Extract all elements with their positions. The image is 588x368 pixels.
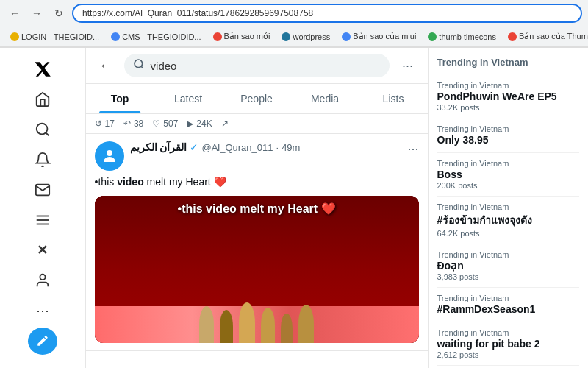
bookmark-bm6[interactable]: thumb timecons [423, 31, 501, 43]
svg-line-1 [46, 132, 49, 135]
trending-name: waiting for pit babe 2 [437, 338, 580, 350]
tweet-header: القرآن الكريم ✓ @Al_Quran_011 · 49m ··· [95, 141, 419, 171]
nav-messages-icon[interactable] [28, 176, 57, 203]
twitter-logo[interactable] [28, 55, 57, 82]
search-back-button[interactable]: ← [95, 54, 117, 77]
tab-top[interactable]: Top [86, 84, 154, 113]
trending-context: Trending in Vietnam [437, 159, 580, 168]
tweet-text: •this video melt my Heart ❤️ [95, 175, 419, 190]
tab-people[interactable]: People [223, 84, 291, 113]
trending-count: 3,983 posts [437, 272, 580, 281]
view-count: 24K [196, 118, 212, 129]
url-text: https://x.com/Al_Quran_011/status/178629… [82, 8, 572, 18]
search-box[interactable]: video [124, 54, 390, 77]
bookmark-bm7[interactable]: Bản sao của Thumb... [503, 30, 588, 43]
twitter-sidebar: ✕ ⋯ [0, 48, 86, 368]
trending-item-1[interactable]: Trending in VietnamOnly 38.95 [437, 118, 580, 153]
tweet-text-highlight: video [117, 176, 144, 188]
address-bar[interactable]: https://x.com/Al_Quran_011/status/178629… [72, 4, 582, 23]
trending-item-3[interactable]: Trending in Vietnam#ร้องข้ามกำแพงจุงดัง6… [437, 197, 580, 244]
bookmark-bm1[interactable]: LOGIN - THEGIOID... [6, 31, 104, 43]
search-tabs: Top Latest People Media Lists [86, 84, 428, 114]
bookmark-favicon [10, 32, 19, 41]
tab-lists[interactable]: Lists [359, 84, 428, 113]
trending-item-0[interactable]: Trending in VietnamPondPhuwin WeAre EP53… [437, 75, 580, 118]
bookmark-label: thumb timecons [439, 32, 496, 41]
trending-item-5[interactable]: Trending in Vietnam#RammDexSeason1 [437, 288, 580, 322]
nav-bookmarks-icon[interactable] [28, 206, 57, 233]
trending-section-title: Trending in Vietnam [437, 54, 580, 71]
back-button[interactable]: ← [6, 4, 24, 22]
retweet-count: 17 [105, 118, 115, 129]
tweet-item: القرآن الكريم ✓ @Al_Quran_011 · 49m ··· … [86, 134, 428, 351]
tweet-display-name: القرآن الكريم [130, 141, 187, 153]
tweet-text-before: •this [95, 176, 118, 188]
tweet-separator: · [276, 142, 279, 153]
bookmark-bm5[interactable]: Bản sao của miui [337, 30, 420, 43]
bookmarks-bar: LOGIN - THEGIOID...CMS - THEGIOIDID...Bả… [0, 26, 588, 47]
bookmark-favicon [282, 32, 290, 41]
search-more-button[interactable]: ··· [397, 54, 419, 77]
bookmark-label: Bản sao của Thumb... [519, 32, 588, 41]
bookmark-label: Bản sao của miui [353, 32, 416, 41]
trending-sidebar: Trending in VietnamTrending in VietnamPo… [429, 48, 589, 368]
verified-badge: ✓ [190, 141, 198, 153]
tweet-video-player[interactable]: •this video melt my Heart ❤️ [95, 196, 419, 343]
tab-latest[interactable]: Latest [154, 84, 223, 113]
nav-profile-icon[interactable] [28, 267, 57, 294]
trending-name: #RammDexSeason1 [437, 303, 580, 315]
trending-item-6[interactable]: Trending in Vietnamwaiting for pit babe … [437, 322, 580, 366]
bookmark-bm3[interactable]: Bản sao mới [209, 30, 275, 43]
refresh-button[interactable]: ↻ [50, 4, 68, 22]
trending-name: Only 38.95 [437, 134, 580, 146]
trending-count: 64.2K posts [437, 229, 580, 238]
trending-count: 2,612 posts [437, 350, 580, 359]
nav-home-icon[interactable] [28, 85, 57, 113]
share-icon: ↗ [221, 118, 229, 129]
svg-line-7 [141, 66, 143, 68]
browser-chrome: ← → ↻ https://x.com/Al_Quran_011/status/… [0, 0, 588, 48]
trending-item-4[interactable]: Trending in VietnamĐoạn3,983 posts [437, 244, 580, 288]
nav-notifications-icon[interactable] [28, 146, 57, 173]
tweet-meta: القرآن الكريم ✓ @Al_Quran_011 · 49m [130, 141, 402, 153]
trending-name: #ร้องข้ามกำแพงจุงดัง [437, 212, 580, 228]
compose-button[interactable] [28, 328, 57, 355]
bookmark-bm2[interactable]: CMS - THEGIOIDID... [107, 31, 205, 43]
trending-item-2[interactable]: Trending in VietnamBoss200K posts [437, 153, 580, 197]
bookmark-label: Bản sao mới [224, 32, 270, 41]
video-scene: •this video melt my Heart ❤️ [95, 196, 419, 343]
search-icon [133, 58, 145, 73]
bookmark-favicon [111, 32, 120, 41]
tweet-name-row: القرآن الكريم ✓ @Al_Quran_011 · 49m [130, 141, 402, 153]
svg-point-5 [40, 275, 45, 280]
browser-nav-bar: ← → ↻ https://x.com/Al_Quran_011/status/… [0, 0, 588, 26]
bookmark-favicon [428, 32, 437, 41]
nav-search-icon[interactable] [28, 116, 57, 143]
trending-context: Trending in Vietnam [437, 294, 580, 302]
retweet-stat: ↺ 17 [95, 118, 115, 129]
svg-point-8 [107, 150, 112, 156]
tab-media[interactable]: Media [291, 84, 359, 113]
nav-more-icon[interactable]: ⋯ [28, 297, 57, 325]
bookmark-bm4[interactable]: wordpress [277, 31, 334, 43]
avatar [95, 141, 124, 171]
like-icon: ♡ [152, 118, 160, 129]
like-stat: ♡ 507 [152, 118, 178, 129]
trending-name: PondPhuwin WeAre EP5 [437, 91, 580, 102]
tweet-more-button[interactable]: ··· [407, 141, 418, 157]
reply-count: 38 [134, 118, 143, 129]
trending-context: Trending in Vietnam [437, 81, 580, 90]
forward-button[interactable]: → [28, 4, 46, 22]
tweet-text-after: melt my Heart ❤️ [144, 176, 226, 188]
tweet-handle: @Al_Quran_011 [201, 142, 273, 153]
view-stat: ▶ 24K [187, 118, 212, 129]
nav-x-icon[interactable]: ✕ [28, 237, 57, 264]
reply-icon: ↶ [123, 118, 131, 129]
bookmark-favicon [342, 32, 351, 41]
trending-list: Trending in VietnamTrending in VietnamPo… [437, 54, 580, 366]
retweet-icon: ↺ [95, 118, 102, 129]
trending-context: Trending in Vietnam [437, 250, 580, 259]
search-panel: ← video ··· Top Latest People Media List… [86, 48, 429, 368]
main-content: ✕ ⋯ ← video ··· Top Latest People Media [0, 48, 588, 368]
search-query-text: video [151, 60, 177, 72]
